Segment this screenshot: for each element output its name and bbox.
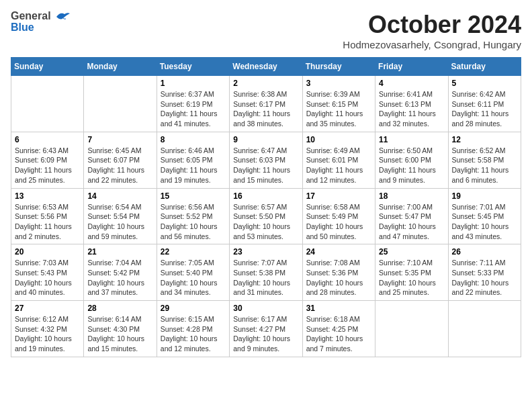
day-info: Sunrise: 7:01 AM Sunset: 5:45 PM Dayligh… [452, 202, 517, 242]
day-number: 18 [379, 191, 444, 201]
day-number: 9 [233, 135, 298, 144]
day-number: 17 [306, 191, 371, 201]
day-number: 4 [379, 79, 444, 88]
day-info: Sunrise: 6:41 AM Sunset: 6:13 PM Dayligh… [379, 89, 444, 129]
calendar-cell: 23Sunrise: 7:07 AM Sunset: 5:38 PM Dayli… [230, 244, 302, 301]
calendar-cell: 8Sunrise: 6:46 AM Sunset: 6:05 PM Daylig… [157, 132, 229, 188]
day-number: 23 [233, 247, 298, 257]
day-info: Sunrise: 6:57 AM Sunset: 5:50 PM Dayligh… [233, 202, 298, 242]
calendar-cell: 27Sunrise: 6:12 AM Sunset: 4:32 PM Dayli… [11, 301, 84, 357]
day-info: Sunrise: 6:14 AM Sunset: 4:30 PM Dayligh… [87, 314, 152, 354]
calendar-body: 1Sunrise: 6:37 AM Sunset: 6:19 PM Daylig… [11, 76, 521, 357]
calendar-week-5: 27Sunrise: 6:12 AM Sunset: 4:32 PM Dayli… [11, 301, 521, 357]
calendar-subtitle: Hodmezovasarhely, Csongrad, Hungary [343, 39, 521, 50]
day-info: Sunrise: 6:38 AM Sunset: 6:17 PM Dayligh… [233, 89, 298, 129]
day-info: Sunrise: 6:37 AM Sunset: 6:19 PM Dayligh… [161, 89, 226, 129]
day-number: 8 [161, 135, 226, 144]
calendar-cell: 31Sunrise: 6:18 AM Sunset: 4:25 PM Dayli… [302, 301, 375, 357]
calendar-cell: 15Sunrise: 6:56 AM Sunset: 5:52 PM Dayli… [157, 188, 229, 244]
calendar-cell: 26Sunrise: 7:11 AM Sunset: 5:33 PM Dayli… [448, 244, 521, 301]
day-info: Sunrise: 6:56 AM Sunset: 5:52 PM Dayligh… [161, 202, 226, 242]
calendar-cell: 10Sunrise: 6:49 AM Sunset: 6:01 PM Dayli… [302, 132, 375, 188]
calendar-cell: 12Sunrise: 6:52 AM Sunset: 5:58 PM Dayli… [448, 132, 521, 188]
day-info: Sunrise: 7:08 AM Sunset: 5:36 PM Dayligh… [306, 258, 371, 298]
day-info: Sunrise: 6:43 AM Sunset: 6:09 PM Dayligh… [15, 146, 80, 185]
day-info: Sunrise: 6:49 AM Sunset: 6:01 PM Dayligh… [306, 146, 371, 185]
day-info: Sunrise: 6:53 AM Sunset: 5:56 PM Dayligh… [15, 202, 80, 242]
calendar-cell: 7Sunrise: 6:45 AM Sunset: 6:07 PM Daylig… [84, 132, 157, 188]
calendar-cell: 4Sunrise: 6:41 AM Sunset: 6:13 PM Daylig… [375, 76, 448, 132]
day-number: 6 [15, 135, 80, 144]
day-number: 3 [306, 79, 371, 88]
day-of-week-saturday: Saturday [448, 58, 521, 76]
calendar-cell: 13Sunrise: 6:53 AM Sunset: 5:56 PM Dayli… [11, 188, 84, 244]
day-number: 20 [15, 247, 80, 257]
calendar-cell: 29Sunrise: 6:15 AM Sunset: 4:28 PM Dayli… [157, 301, 229, 357]
calendar-cell: 16Sunrise: 6:57 AM Sunset: 5:50 PM Dayli… [230, 188, 302, 244]
day-of-week-friday: Friday [375, 58, 448, 76]
day-info: Sunrise: 6:42 AM Sunset: 6:11 PM Dayligh… [452, 89, 517, 129]
day-info: Sunrise: 7:04 AM Sunset: 5:42 PM Dayligh… [87, 258, 152, 298]
day-number: 1 [161, 79, 226, 88]
bird-icon [55, 11, 70, 22]
day-info: Sunrise: 6:39 AM Sunset: 6:15 PM Dayligh… [306, 89, 371, 129]
day-info: Sunrise: 6:46 AM Sunset: 6:05 PM Dayligh… [161, 146, 226, 185]
day-of-week-tuesday: Tuesday [157, 58, 229, 76]
day-number: 2 [233, 79, 298, 88]
day-number: 21 [87, 247, 152, 257]
day-of-week-monday: Monday [84, 58, 157, 76]
day-number: 31 [306, 304, 371, 313]
logo: General Blue [11, 11, 70, 33]
day-number: 27 [15, 304, 80, 313]
day-of-week-sunday: Sunday [11, 58, 84, 76]
day-number: 26 [452, 247, 517, 257]
calendar-week-4: 20Sunrise: 7:03 AM Sunset: 5:43 PM Dayli… [11, 244, 521, 301]
calendar-cell: 18Sunrise: 7:00 AM Sunset: 5:47 PM Dayli… [375, 188, 448, 244]
day-number: 10 [306, 135, 371, 144]
day-number: 19 [452, 191, 517, 201]
day-number: 15 [161, 191, 226, 201]
calendar-title: October 2024 [343, 11, 521, 39]
calendar-cell: 19Sunrise: 7:01 AM Sunset: 5:45 PM Dayli… [448, 188, 521, 244]
calendar-cell [84, 76, 157, 132]
calendar-cell [11, 76, 84, 132]
calendar-cell: 24Sunrise: 7:08 AM Sunset: 5:36 PM Dayli… [302, 244, 375, 301]
calendar-cell: 6Sunrise: 6:43 AM Sunset: 6:09 PM Daylig… [11, 132, 84, 188]
day-info: Sunrise: 7:00 AM Sunset: 5:47 PM Dayligh… [379, 202, 444, 242]
calendar-cell [448, 301, 521, 357]
calendar-cell: 9Sunrise: 6:47 AM Sunset: 6:03 PM Daylig… [230, 132, 302, 188]
day-number: 16 [233, 191, 298, 201]
calendar-cell: 20Sunrise: 7:03 AM Sunset: 5:43 PM Dayli… [11, 244, 84, 301]
calendar-cell: 17Sunrise: 6:58 AM Sunset: 5:49 PM Dayli… [302, 188, 375, 244]
day-info: Sunrise: 6:50 AM Sunset: 6:00 PM Dayligh… [379, 146, 444, 185]
day-info: Sunrise: 7:07 AM Sunset: 5:38 PM Dayligh… [233, 258, 298, 298]
day-number: 11 [379, 135, 444, 144]
day-info: Sunrise: 6:17 AM Sunset: 4:27 PM Dayligh… [233, 314, 298, 354]
day-number: 29 [161, 304, 226, 313]
calendar-week-2: 6Sunrise: 6:43 AM Sunset: 6:09 PM Daylig… [11, 132, 521, 188]
calendar-cell: 28Sunrise: 6:14 AM Sunset: 4:30 PM Dayli… [84, 301, 157, 357]
day-info: Sunrise: 7:11 AM Sunset: 5:33 PM Dayligh… [452, 258, 517, 298]
day-number: 7 [87, 135, 152, 144]
calendar-cell: 22Sunrise: 7:05 AM Sunset: 5:40 PM Dayli… [157, 244, 229, 301]
calendar-table: SundayMondayTuesdayWednesdayThursdayFrid… [11, 57, 521, 357]
day-header-row: SundayMondayTuesdayWednesdayThursdayFrid… [11, 58, 521, 76]
day-info: Sunrise: 7:10 AM Sunset: 5:35 PM Dayligh… [379, 258, 444, 298]
calendar-week-3: 13Sunrise: 6:53 AM Sunset: 5:56 PM Dayli… [11, 188, 521, 244]
day-info: Sunrise: 7:03 AM Sunset: 5:43 PM Dayligh… [15, 258, 80, 298]
day-info: Sunrise: 6:58 AM Sunset: 5:49 PM Dayligh… [306, 202, 371, 242]
day-info: Sunrise: 6:47 AM Sunset: 6:03 PM Dayligh… [233, 146, 298, 185]
day-number: 14 [87, 191, 152, 201]
day-number: 12 [452, 135, 517, 144]
day-info: Sunrise: 6:15 AM Sunset: 4:28 PM Dayligh… [161, 314, 226, 354]
day-of-week-thursday: Thursday [302, 58, 375, 76]
calendar-cell: 3Sunrise: 6:39 AM Sunset: 6:15 PM Daylig… [302, 76, 375, 132]
day-of-week-wednesday: Wednesday [230, 58, 302, 76]
day-number: 28 [87, 304, 152, 313]
calendar-cell: 30Sunrise: 6:17 AM Sunset: 4:27 PM Dayli… [230, 301, 302, 357]
calendar-cell: 14Sunrise: 6:54 AM Sunset: 5:54 PM Dayli… [84, 188, 157, 244]
logo-text: General Blue [11, 11, 70, 33]
calendar-cell: 1Sunrise: 6:37 AM Sunset: 6:19 PM Daylig… [157, 76, 229, 132]
day-info: Sunrise: 7:05 AM Sunset: 5:40 PM Dayligh… [161, 258, 226, 298]
day-number: 24 [306, 247, 371, 257]
